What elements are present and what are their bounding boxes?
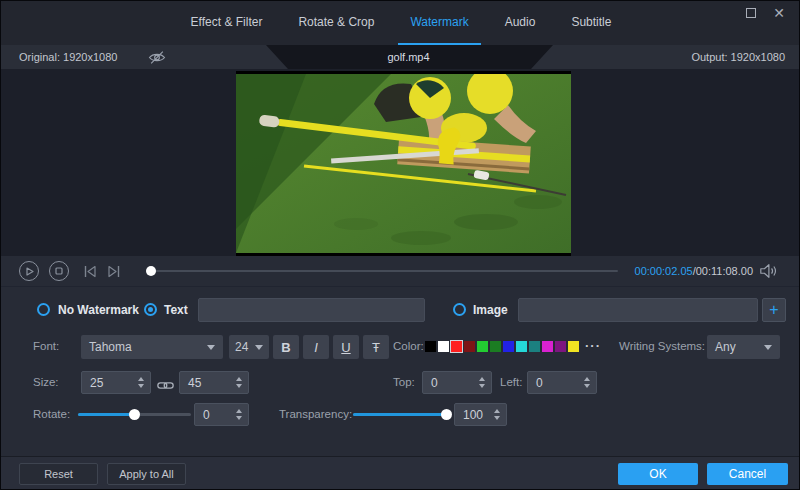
left-label: Left: (500, 376, 522, 388)
color-swatch-1[interactable] (438, 341, 449, 352)
color-swatch-0[interactable] (425, 341, 436, 352)
output-resolution-label: Output: 1920x1080 (691, 51, 785, 63)
size-height-value: 45 (188, 376, 201, 390)
top-label: Top: (393, 376, 415, 388)
eye-slash-icon (147, 50, 167, 65)
current-time: 00:00:02.05 (635, 265, 693, 277)
size-width-spinner[interactable]: 25 (81, 371, 151, 394)
prev-frame-icon (83, 265, 97, 278)
color-swatch-10[interactable] (555, 341, 566, 352)
volume-button[interactable] (759, 263, 777, 283)
spinner-arrows[interactable] (236, 409, 242, 420)
more-colors-button[interactable]: ··· (585, 338, 601, 353)
bold-button[interactable]: B (273, 335, 299, 359)
color-swatch-8[interactable] (529, 341, 540, 352)
timeline-slider[interactable] (146, 270, 618, 272)
spinner-arrows[interactable] (584, 377, 590, 388)
color-swatch-5[interactable] (490, 341, 501, 352)
tab-subtitle[interactable]: Subtitle (559, 1, 623, 45)
watermark-image-input[interactable] (518, 298, 758, 322)
video-filename: golf.mp4 (291, 45, 526, 69)
chevron-down-icon (207, 345, 215, 350)
video-preview[interactable] (236, 71, 571, 256)
player-bar: 00:00:02.05/00:11:08.00 (1, 256, 800, 286)
no-watermark-label: No Watermark (58, 303, 139, 317)
tab-audio[interactable]: Audio (493, 1, 548, 45)
link-ratio-button[interactable] (157, 377, 174, 395)
italic-button[interactable]: I (303, 335, 329, 359)
spinner-arrows[interactable] (236, 377, 242, 388)
ok-button[interactable]: OK (618, 463, 698, 485)
size-height-spinner[interactable]: 45 (179, 371, 249, 394)
transparency-spinner[interactable]: 100 (454, 403, 507, 426)
chain-link-icon (157, 380, 174, 391)
rotate-slider-fill (78, 413, 135, 416)
color-swatch-6[interactable] (503, 341, 514, 352)
size-width-value: 25 (90, 376, 103, 390)
tab-watermark[interactable]: Watermark (398, 1, 480, 45)
font-family-dropdown[interactable]: Tahoma (81, 335, 223, 359)
next-frame-button[interactable] (107, 264, 121, 282)
next-frame-icon (107, 265, 121, 278)
strikethrough-button[interactable]: Ŧ (363, 335, 389, 359)
play-icon (25, 267, 34, 276)
stop-button[interactable] (49, 261, 69, 281)
color-swatch-7[interactable] (516, 341, 527, 352)
underline-button[interactable]: U (333, 335, 359, 359)
left-spinner[interactable]: 0 (527, 371, 597, 394)
window-controls: ✕ (746, 8, 785, 18)
total-duration: 00:11:08.00 (696, 265, 753, 277)
original-resolution-tab: Original: 1920x1080 (1, 45, 288, 69)
watermark-options-panel: No Watermark Text Image + Font: Tahoma 2… (1, 286, 800, 456)
rotate-slider[interactable] (78, 413, 191, 416)
tab-rotate-crop[interactable]: Rotate & Crop (286, 1, 386, 45)
preview-original-toggle[interactable] (147, 50, 167, 65)
color-swatch-2[interactable] (451, 341, 462, 352)
maximize-icon[interactable] (746, 8, 756, 18)
transparency-slider[interactable] (353, 413, 446, 416)
color-swatch-11[interactable] (568, 341, 579, 352)
watermark-text-input[interactable] (198, 298, 425, 322)
transparency-label: Transparency: (279, 408, 352, 420)
color-swatch-4[interactable] (477, 341, 488, 352)
transparency-slider-fill (353, 413, 446, 416)
spinner-arrows[interactable] (494, 409, 500, 420)
transparency-slider-thumb[interactable] (441, 409, 452, 420)
close-icon[interactable]: ✕ (773, 8, 785, 18)
reset-button[interactable]: Reset (19, 463, 98, 485)
top-value: 0 (431, 376, 438, 390)
original-resolution-label: Original: 1920x1080 (19, 51, 117, 63)
spinner-arrows[interactable] (479, 377, 485, 388)
no-watermark-radio[interactable] (37, 303, 50, 316)
preview-area (1, 69, 800, 256)
play-button[interactable] (19, 261, 39, 281)
timeline-thumb[interactable] (146, 266, 156, 276)
top-spinner[interactable]: 0 (422, 371, 492, 394)
writing-systems-dropdown[interactable]: Any (707, 335, 780, 359)
font-size-value: 24 (235, 340, 248, 354)
add-image-button[interactable]: + (762, 298, 786, 322)
cancel-button[interactable]: Cancel (707, 463, 788, 485)
text-watermark-label: Text (164, 303, 188, 317)
rotate-spinner[interactable]: 0 (194, 403, 249, 426)
font-label: Font: (33, 340, 59, 352)
footer-bar: Reset Apply to All OK Cancel (1, 456, 800, 490)
image-watermark-radio[interactable] (453, 303, 466, 316)
font-size-dropdown[interactable]: 24 (229, 335, 269, 359)
font-family-value: Tahoma (89, 340, 132, 354)
text-watermark-radio[interactable] (144, 303, 157, 316)
spinner-arrows[interactable] (138, 377, 144, 388)
color-swatch-9[interactable] (542, 341, 553, 352)
image-watermark-label: Image (473, 303, 508, 317)
time-display: 00:00:02.05/00:11:08.00 (635, 265, 753, 277)
prev-frame-button[interactable] (83, 264, 97, 282)
tab-effect-filter[interactable]: Effect & Filter (179, 1, 275, 45)
transparency-value: 100 (463, 408, 483, 422)
chevron-down-icon (764, 345, 772, 350)
left-value: 0 (536, 376, 543, 390)
color-swatch-3[interactable] (464, 341, 475, 352)
apply-to-all-button[interactable]: Apply to All (107, 463, 186, 485)
chevron-down-icon (255, 345, 263, 350)
output-resolution-tab: Output: 1920x1080 (531, 45, 800, 69)
rotate-slider-thumb[interactable] (129, 409, 140, 420)
